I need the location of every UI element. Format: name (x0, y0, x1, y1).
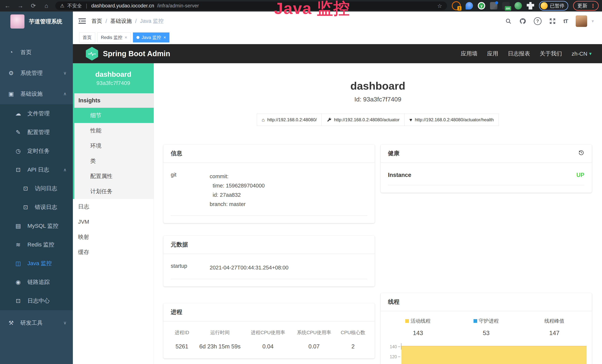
tab-java-monitor[interactable]: Java 监控 × (133, 32, 170, 43)
sidebar-item-redis-monitor[interactable]: ≋ Redis 监控 (0, 235, 73, 254)
wrench-icon (326, 117, 331, 122)
extensions-puzzle-icon[interactable] (527, 2, 534, 10)
app-logo[interactable]: 芋道管理系统 (0, 11, 73, 32)
sidebar-item-home[interactable]: ◔ 首页 (0, 42, 73, 63)
health-url: http://192.168.0.2:48080/actuator/health (415, 117, 494, 122)
status-badge: UP (576, 172, 584, 178)
security-label[interactable]: 不安全 (67, 3, 82, 9)
extension-on-badge: on (505, 6, 511, 11)
infra-submenu: ☁ 文件管理 ✎ 配置管理 ◷ 定时任务 ⊡ API 日志 ∧ ⊡ (0, 104, 73, 310)
sba-item-logs[interactable]: 日志 (73, 199, 154, 214)
sba-item-caches[interactable]: 缓存 (73, 245, 154, 260)
fullscreen-icon[interactable] (549, 18, 556, 24)
sba-nav-about[interactable]: 关于我们 (540, 50, 562, 57)
tab-redis-monitor[interactable]: Redis 监控 × (97, 32, 131, 43)
address-bar[interactable]: ⚠ 不安全 | dashboard.yudao.iocoder.cn/infra… (55, 1, 447, 10)
sidebar-item-label: 访问日志 (35, 185, 57, 192)
close-icon[interactable]: × (125, 35, 127, 40)
screen-icon: ◫ (14, 260, 22, 267)
actuator-url-link[interactable]: http://192.168.0.2:48080/actuator (322, 114, 405, 126)
extension-grid-icon[interactable] (490, 2, 497, 10)
sba-locale-select[interactable]: zh-CN ▾ (572, 51, 592, 57)
sidebar-item-mysql-monitor[interactable]: ▤ MySQL 监控 (0, 217, 73, 235)
sba-nav-journal[interactable]: 日志报表 (508, 50, 530, 57)
sidebar-item-tracing[interactable]: ◉ 链路追踪 (0, 273, 73, 291)
hamburger-icon[interactable] (78, 18, 86, 24)
info-git-row: git commit: time: 1596289704000 id: 27aa… (171, 172, 367, 216)
profile-chip[interactable]: 已暂停 (539, 1, 568, 11)
sba-section-title: Insights (74, 93, 154, 108)
browser-reload-icon[interactable]: ⟳ (29, 3, 37, 9)
github-icon[interactable] (519, 18, 526, 24)
tab-label: 首页 (83, 34, 92, 40)
legend-label: 线程峰值 (544, 318, 564, 324)
extension-dark-icon[interactable]: on (502, 2, 510, 10)
sba-item-environment[interactable]: 环境 (74, 138, 154, 153)
browser-update-button[interactable]: 更新 ⋮ (573, 1, 599, 11)
history-icon[interactable] (578, 150, 584, 157)
gauge-icon: ◔ (7, 49, 15, 56)
sidebar-item-error-log[interactable]: ⊡ 错误日志 (0, 198, 73, 217)
browser-forward-icon[interactable]: → (16, 3, 24, 9)
browser-menu-icon[interactable]: ⋮ (590, 3, 595, 9)
process-col-syscpu: 系统CPU使用率 (291, 329, 337, 336)
sba-nav-applications[interactable]: 应用 (487, 50, 498, 57)
sidebar-item-dev-tools[interactable]: ⚒ 研发工具 ∨ (0, 312, 73, 333)
extension-icon-1[interactable]: 1 (452, 1, 461, 10)
browser-back-icon[interactable]: ← (3, 3, 11, 9)
sidebar-item-scheduled-jobs[interactable]: ◷ 定时任务 (0, 142, 73, 161)
sba-brand-title[interactable]: Spring Boot Admin (103, 50, 170, 58)
info-card-title: 信息 (163, 144, 375, 162)
sidebar-item-log-center[interactable]: ⊡ 日志中心 (0, 291, 73, 310)
service-url-link[interactable]: ⌂ http://192.168.0.2:48080/ (257, 114, 322, 126)
sba-item-config-props[interactable]: 配置属性 (74, 169, 154, 184)
extension-pin-icon[interactable] (465, 2, 473, 10)
search-icon[interactable] (505, 18, 512, 24)
spring-boot-admin-logo-icon[interactable] (86, 47, 98, 61)
process-val-uptime: 6d 23h 15m 59s (195, 343, 245, 350)
sidebar-item-label: Java 监控 (27, 260, 52, 267)
sidebar-item-system[interactable]: ⚙ 系统管理 ∨ (0, 63, 73, 84)
actuator-url: http://192.168.0.2:48080/actuator (334, 117, 399, 122)
sidebar-item-java-monitor[interactable]: ◫ Java 监控 (0, 254, 73, 273)
sba-item-details[interactable]: 细节 (74, 108, 154, 123)
sba-item-scheduled-tasks[interactable]: 计划任务 (74, 184, 154, 199)
caret-down-icon[interactable]: ▾ (592, 19, 594, 24)
ytick-140: 140 (384, 344, 397, 349)
security-warning-icon: ⚠ (60, 3, 64, 9)
sidebar-item-api-log[interactable]: ⊡ API 日志 ∧ (0, 161, 73, 179)
font-size-icon[interactable]: tT (563, 18, 568, 24)
breadcrumb-infra[interactable]: 基础设施 (110, 17, 132, 25)
sidebar-item-access-log[interactable]: ⊡ 访问日志 (0, 179, 73, 198)
instance-links: ⌂ http://192.168.0.2:48080/ http://192.1… (154, 114, 602, 126)
sidebar-item-file-manage[interactable]: ☁ 文件管理 (0, 104, 73, 123)
edit-square-icon: ⊡ (14, 166, 22, 173)
help-icon[interactable]: ? (534, 17, 542, 25)
avatar[interactable] (576, 15, 587, 27)
legend-blue-swatch (473, 319, 477, 323)
service-url: http://192.168.0.2:48080/ (267, 117, 317, 122)
extension-leaf-icon[interactable] (515, 2, 522, 10)
sba-nav-wallboard[interactable]: 应用墙 (461, 50, 477, 57)
chevron-down-icon: ∨ (63, 70, 66, 76)
sidebar-item-config-manage[interactable]: ✎ 配置管理 (0, 123, 73, 142)
ytick-120: 120 (384, 354, 397, 359)
breadcrumb-home[interactable]: 首页 (91, 17, 102, 25)
sidebar-item-label: 日志中心 (27, 297, 50, 305)
extension-y-icon[interactable]: y (478, 2, 485, 10)
sidebar-item-infra[interactable]: ▣ 基础设施 ∧ (0, 84, 73, 104)
extension-badge: 1 (457, 6, 462, 11)
tab-home[interactable]: 首页 (79, 32, 95, 43)
sba-item-jvm[interactable]: JVM (73, 214, 154, 229)
ytick-mark (398, 357, 400, 357)
sba-item-mappings[interactable]: 映射 (73, 229, 154, 245)
sba-item-classes[interactable]: 类 (74, 153, 154, 169)
cloud-icon: ☁ (14, 110, 22, 117)
sba-item-metrics[interactable]: 性能 (74, 123, 154, 138)
close-icon[interactable]: × (163, 35, 166, 40)
sba-app-header[interactable]: dashboard 93a3fc7f7409 (73, 63, 154, 93)
app-sidebar: 芋道管理系统 ◔ 首页 ⚙ 系统管理 ∨ ▣ 基础设施 ∧ ☁ 文件管理 (0, 11, 73, 364)
browser-home-icon[interactable]: ⌂ (42, 3, 50, 9)
health-url-link[interactable]: ♥ http://192.168.0.2:48080/actuator/heal… (404, 114, 499, 126)
bookmark-star-icon[interactable]: ☆ (437, 3, 442, 9)
